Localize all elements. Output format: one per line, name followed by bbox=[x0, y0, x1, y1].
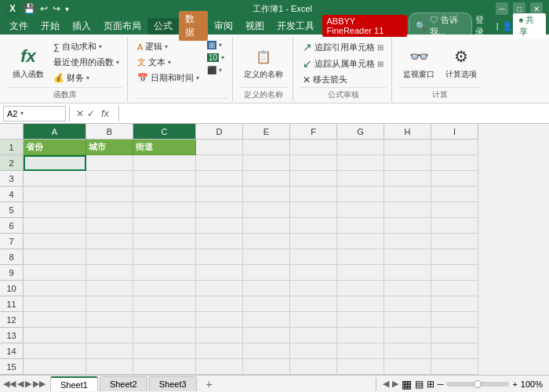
menu-insert[interactable]: 插入 bbox=[66, 18, 97, 34]
row-header-1[interactable]: 1 bbox=[0, 140, 23, 155]
cell-a4[interactable] bbox=[24, 187, 86, 202]
cell-e7[interactable] bbox=[243, 234, 290, 249]
row-header-6[interactable]: 6 bbox=[0, 218, 23, 234]
cell-e8[interactable] bbox=[243, 249, 290, 265]
cell-h5[interactable] bbox=[384, 202, 431, 218]
insert-function-button[interactable]: fx 插入函数 bbox=[8, 39, 49, 86]
cell-a5[interactable] bbox=[24, 202, 86, 218]
menu-file[interactable]: 文件 bbox=[3, 18, 35, 34]
cell-d1[interactable] bbox=[196, 140, 243, 155]
row-header-11[interactable]: 11 bbox=[0, 296, 23, 312]
cell-a13[interactable] bbox=[24, 328, 86, 343]
abbyy-button[interactable]: ABBYY FineReader 11 bbox=[322, 15, 407, 37]
cell-a15[interactable] bbox=[24, 359, 86, 375]
finance-arrow[interactable]: ▾ bbox=[86, 74, 89, 82]
cell-d11[interactable] bbox=[196, 296, 243, 312]
cell-e10[interactable] bbox=[243, 281, 290, 296]
menu-formula[interactable]: 公式 bbox=[147, 18, 179, 34]
more-functions-button[interactable]: ⬛ ▾ bbox=[204, 64, 227, 76]
col-header-e[interactable]: E bbox=[243, 124, 290, 140]
save-icon[interactable]: 💾 bbox=[24, 3, 35, 14]
cell-h8[interactable] bbox=[384, 249, 431, 265]
cell-f14[interactable] bbox=[290, 343, 337, 359]
cell-d15[interactable] bbox=[196, 359, 243, 375]
row-header-9[interactable]: 9 bbox=[0, 265, 23, 281]
cell-b8[interactable] bbox=[86, 249, 133, 265]
cell-f15[interactable] bbox=[290, 359, 337, 375]
menu-view[interactable]: 视图 bbox=[239, 18, 271, 34]
cell-d5[interactable] bbox=[196, 202, 243, 218]
cancel-icon[interactable]: ✕ bbox=[76, 108, 84, 119]
undo-icon[interactable]: ↩ bbox=[40, 3, 48, 14]
cell-c8[interactable] bbox=[133, 249, 196, 265]
watch-window-button[interactable]: 👓 监视窗口 bbox=[398, 39, 439, 86]
view-pagebreak-icon[interactable]: ⊞ bbox=[427, 379, 434, 390]
sheet-tab-2[interactable]: Sheet2 bbox=[100, 376, 147, 391]
cell-c2[interactable] bbox=[133, 155, 196, 171]
cell-b1[interactable]: 城市 bbox=[86, 140, 133, 155]
cell-c5[interactable] bbox=[133, 202, 196, 218]
cell-e14[interactable] bbox=[243, 343, 290, 359]
cell-b10[interactable] bbox=[86, 281, 133, 296]
auto-sum-arrow[interactable]: ▾ bbox=[99, 43, 102, 50]
math-arrow[interactable]: ▾ bbox=[221, 54, 224, 61]
cell-e3[interactable] bbox=[243, 171, 290, 187]
minimize-button[interactable]: ─ bbox=[496, 2, 508, 15]
zoom-slider[interactable] bbox=[446, 382, 509, 387]
cell-c15[interactable] bbox=[133, 359, 196, 375]
cell-c13[interactable] bbox=[133, 328, 196, 343]
cell-e11[interactable] bbox=[243, 296, 290, 312]
cell-e2[interactable] bbox=[243, 155, 290, 171]
cell-a11[interactable] bbox=[24, 296, 86, 312]
scroll-left-icon[interactable]: ◀ bbox=[383, 379, 389, 389]
formula-input[interactable] bbox=[122, 106, 546, 122]
cell-c3[interactable] bbox=[133, 171, 196, 187]
cell-d4[interactable] bbox=[196, 187, 243, 202]
row-header-2[interactable]: 2 bbox=[0, 155, 23, 171]
cell-d9[interactable] bbox=[196, 265, 243, 281]
menu-home[interactable]: 开始 bbox=[35, 18, 66, 34]
cell-g14[interactable] bbox=[337, 343, 384, 359]
text-arrow[interactable]: ▾ bbox=[168, 59, 171, 66]
cell-g4[interactable] bbox=[337, 187, 384, 202]
add-sheet-button[interactable]: + bbox=[202, 376, 217, 391]
cell-b2[interactable] bbox=[86, 155, 133, 171]
fx-label[interactable]: fx bbox=[98, 107, 112, 119]
cell-g7[interactable] bbox=[337, 234, 384, 249]
cell-a3[interactable] bbox=[24, 171, 86, 187]
cell-c14[interactable] bbox=[133, 343, 196, 359]
cell-c6[interactable] bbox=[133, 218, 196, 234]
cell-h2[interactable] bbox=[384, 155, 431, 171]
cell-i15[interactable] bbox=[431, 359, 478, 375]
cell-f8[interactable] bbox=[290, 249, 337, 265]
cell-d13[interactable] bbox=[196, 328, 243, 343]
cell-g9[interactable] bbox=[337, 265, 384, 281]
cell-h6[interactable] bbox=[384, 218, 431, 234]
cell-e9[interactable] bbox=[243, 265, 290, 281]
auto-sum-button[interactable]: ∑ 自动求和 ▾ bbox=[50, 39, 122, 54]
cell-a10[interactable] bbox=[24, 281, 86, 296]
cell-f2[interactable] bbox=[290, 155, 337, 171]
col-header-d[interactable]: D bbox=[196, 124, 243, 140]
trace-dependents-button[interactable]: ↙ 追踪从属单元格 ⊞ bbox=[300, 56, 387, 71]
cell-a7[interactable] bbox=[24, 234, 86, 249]
row-header-15[interactable]: 15 bbox=[0, 359, 23, 375]
cell-g11[interactable] bbox=[337, 296, 384, 312]
scroll-right-icon[interactable]: ▶ bbox=[392, 379, 398, 389]
row-header-7[interactable]: 7 bbox=[0, 234, 23, 249]
name-box-arrow[interactable]: ▾ bbox=[20, 110, 24, 117]
sheet-next-icon[interactable]: ▶ bbox=[25, 379, 31, 389]
menu-developer[interactable]: 开发工具 bbox=[271, 18, 321, 34]
cell-e5[interactable] bbox=[243, 202, 290, 218]
cell-h12[interactable] bbox=[384, 312, 431, 328]
cell-a2[interactable] bbox=[24, 155, 86, 171]
cell-b9[interactable] bbox=[86, 265, 133, 281]
cell-e4[interactable] bbox=[243, 187, 290, 202]
menu-review[interactable]: 审阅 bbox=[208, 18, 239, 34]
cell-g1[interactable] bbox=[337, 140, 384, 155]
cell-h11[interactable] bbox=[384, 296, 431, 312]
col-header-b[interactable]: B bbox=[86, 124, 133, 140]
row-header-13[interactable]: 13 bbox=[0, 328, 23, 343]
cell-b3[interactable] bbox=[86, 171, 133, 187]
recent-functions-button[interactable]: 最近使用的函数 ▾ bbox=[50, 55, 122, 70]
